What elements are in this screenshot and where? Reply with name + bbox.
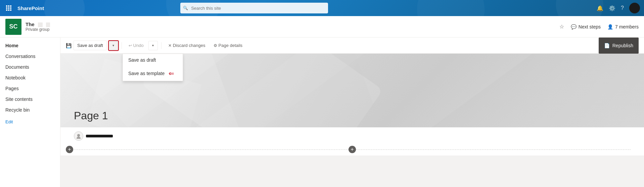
add-section-left-button[interactable]: + (66, 146, 73, 153)
dropdown-save-as-template[interactable]: Save as template ⇐ (123, 66, 183, 81)
svg-rect-8 (10, 9, 11, 11)
topbar-right: 🔔 ⚙️ ? (597, 3, 640, 13)
person-icon: 👤 (607, 24, 613, 29)
add-section-center-button[interactable]: + (349, 146, 356, 153)
site-header: SC The Private group ☆ 💬 Next steps 👤 7 … (0, 16, 644, 38)
svg-rect-6 (6, 9, 7, 11)
waffle-icon[interactable] (4, 3, 13, 13)
site-logo[interactable]: SC (5, 19, 21, 35)
page-details-button[interactable]: ⚙ Page details (210, 41, 246, 50)
svg-rect-7 (8, 9, 9, 11)
toolbar: 💾 Save as draft ▾ ↩ Undo ▾ ✕ Discard cha… (60, 38, 644, 54)
svg-rect-1 (8, 5, 9, 7)
toolbar-divider-2 (161, 42, 162, 49)
author-info (74, 131, 113, 141)
site-header-right: ☆ 💬 Next steps 👤 7 members (559, 23, 639, 30)
svg-rect-3 (6, 7, 7, 9)
sidebar-item-site-contents[interactable]: Site contents (0, 94, 60, 105)
republish-icon: 📄 (604, 43, 610, 48)
svg-rect-0 (6, 5, 7, 7)
sidebar-item-notebook[interactable]: Notebook (0, 72, 60, 83)
dropdown-save-as-draft[interactable]: Save as draft (123, 54, 183, 66)
toolbar-divider-1 (122, 42, 122, 49)
members-button[interactable]: 👤 7 members (607, 24, 639, 29)
content-area: 💾 Save as draft ▾ ↩ Undo ▾ ✕ Discard cha… (60, 38, 644, 187)
svg-rect-2 (10, 5, 11, 7)
svg-rect-5 (10, 7, 11, 9)
notifications-icon[interactable]: 🔔 (597, 5, 603, 11)
undo-dropdown-chevron[interactable]: ▾ (148, 41, 158, 50)
save-dropdown-menu: Save as draft Save as template ⇐ (123, 54, 183, 81)
topbar-brand[interactable]: SharePoint (17, 5, 44, 11)
sidebar-item-pages[interactable]: Pages (0, 83, 60, 94)
next-steps-button[interactable]: 💬 Next steps (571, 24, 601, 29)
sidebar: Home Conversations Documents Notebook Pa… (0, 38, 60, 187)
page-details-icon: ⚙ (214, 43, 217, 48)
topbar-search-container (180, 3, 328, 13)
save-as-draft-button[interactable]: Save as draft (74, 41, 107, 50)
save-icon: 💾 (66, 43, 72, 48)
help-icon[interactable]: ? (621, 5, 624, 11)
author-avatar (74, 131, 83, 141)
author-name-bar (86, 135, 113, 137)
sidebar-item-edit[interactable]: Edit (0, 117, 60, 127)
section-add-area: + + (60, 143, 644, 155)
sidebar-item-conversations[interactable]: Conversations (0, 51, 60, 62)
sidebar-item-documents[interactable]: Documents (0, 62, 60, 72)
sidebar-item-home[interactable]: Home (0, 40, 60, 51)
site-name-logo-1 (38, 22, 43, 27)
chevron-down-icon: ▾ (112, 44, 114, 47)
discard-changes-button[interactable]: ✕ Discard changes (165, 41, 209, 50)
chat-icon: 💬 (571, 24, 577, 29)
site-group-type: Private group (26, 27, 50, 32)
avatar[interactable] (629, 3, 640, 13)
main-layout: Home Conversations Documents Notebook Pa… (0, 38, 644, 187)
red-arrow-icon: ⇐ (169, 69, 174, 77)
page-title: Page 1 (74, 110, 108, 122)
save-dropdown-chevron[interactable]: ▾ (109, 41, 118, 50)
search-input[interactable] (180, 3, 328, 13)
discard-icon: ✕ (168, 43, 172, 48)
page-title-area: Page 1 (74, 110, 108, 122)
site-name: The Private group (26, 21, 50, 32)
undo-chevron-icon: ▾ (152, 44, 154, 47)
svg-point-13 (77, 134, 80, 137)
undo-button[interactable]: ↩ Undo (125, 41, 147, 50)
sidebar-item-recycle-bin[interactable]: Recycle bin (0, 105, 60, 115)
settings-icon[interactable]: ⚙️ (609, 5, 615, 11)
author-row (60, 127, 644, 143)
svg-rect-4 (8, 7, 9, 9)
undo-icon: ↩ (129, 43, 132, 48)
star-icon[interactable]: ☆ (559, 23, 564, 30)
republish-button[interactable]: 📄 Republish (599, 38, 639, 54)
topbar: SharePoint 🔔 ⚙️ ? (0, 0, 644, 16)
site-name-logo-2 (46, 22, 50, 27)
site-name-text: The (26, 21, 50, 27)
